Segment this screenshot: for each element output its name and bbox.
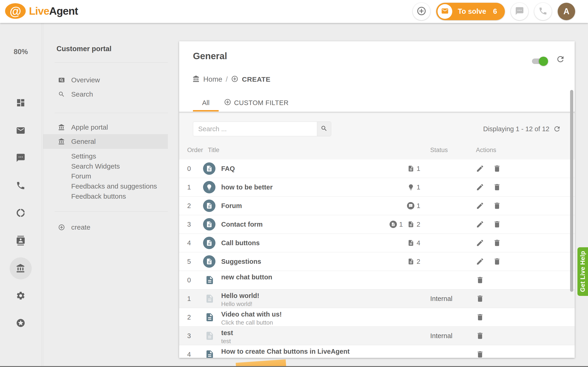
- chat-circle-icon: [407, 202, 414, 209]
- logo-at-icon: @: [5, 3, 26, 19]
- edit-icon[interactable]: [476, 165, 484, 173]
- row-title[interactable]: FAQ: [221, 165, 235, 173]
- nav-item-apple-portal[interactable]: Apple portal: [43, 120, 168, 135]
- document-icon: [407, 240, 414, 246]
- row-title[interactable]: Forum: [221, 202, 242, 210]
- refresh-icon[interactable]: [553, 125, 561, 133]
- row-order: 0: [187, 159, 191, 178]
- row-document-icon: [205, 311, 215, 323]
- table-row[interactable]: 1Hello world!Hello world!Internal: [179, 290, 575, 308]
- nav-item-settings[interactable]: Settings: [43, 151, 168, 161]
- nav-item-feedback-buttons[interactable]: Feedback buttons: [43, 191, 168, 201]
- table-row[interactable]: 4Call buttons4: [179, 234, 575, 252]
- row-actions: [476, 252, 501, 271]
- rail-item-stars[interactable]: [10, 312, 32, 334]
- row-title[interactable]: new chat button: [221, 273, 272, 281]
- row-document-icon: [205, 274, 215, 286]
- to-solve-button[interactable]: To solve 6: [436, 3, 505, 20]
- delete-icon[interactable]: [493, 183, 501, 191]
- edit-icon[interactable]: [476, 183, 484, 191]
- rail-item-mail[interactable]: [10, 119, 32, 142]
- edit-icon[interactable]: [476, 239, 484, 247]
- row-title[interactable]: Call buttons: [221, 239, 260, 247]
- row-title-cell: Video chat with us!Click the call button: [221, 308, 282, 329]
- breadcrumb-create[interactable]: CREATE: [242, 75, 270, 83]
- nav-item-overview[interactable]: Overview: [43, 73, 168, 87]
- delete-icon[interactable]: [476, 294, 484, 303]
- delete-icon[interactable]: [476, 332, 484, 340]
- row-actions: [476, 327, 484, 345]
- tab-custom-filter[interactable]: CUSTOM FILTER: [224, 97, 288, 109]
- table-row[interactable]: 3testtestInternal: [179, 327, 575, 345]
- row-order: 1: [187, 290, 191, 308]
- row-title[interactable]: How to create Chat buttons in LiveAgent: [221, 348, 409, 355]
- search-input[interactable]: [193, 122, 317, 136]
- nav-item-search[interactable]: Search: [43, 87, 168, 102]
- count-value: 1: [417, 184, 420, 191]
- row-order: 2: [187, 197, 191, 215]
- table-row[interactable]: 4How to create Chat buttons in LiveAgent…: [179, 345, 575, 358]
- breadcrumb-home[interactable]: Home: [203, 75, 222, 83]
- table-scrollbar[interactable]: [570, 90, 573, 292]
- general-card: General Home / CREATE All CUSTOM FILTER …: [179, 41, 575, 358]
- row-title[interactable]: Contact form: [221, 220, 262, 228]
- count-value: 1: [417, 202, 420, 210]
- bottom-edge-line: [0, 366, 588, 367]
- search-button[interactable]: [317, 122, 331, 136]
- row-title[interactable]: Suggestions: [221, 258, 261, 265]
- get-live-help-button[interactable]: Get Live Help: [578, 247, 588, 296]
- document-icon: [391, 222, 395, 226]
- row-order: 5: [187, 252, 191, 271]
- table-row[interactable]: 3Contact form12: [179, 215, 575, 234]
- refresh-icon[interactable]: [556, 55, 565, 64]
- delete-icon[interactable]: [476, 350, 484, 358]
- row-title-cell: testtest: [221, 327, 233, 347]
- nav-divider: [55, 62, 168, 63]
- edit-icon[interactable]: [476, 257, 484, 266]
- rail-item-chat[interactable]: [10, 147, 32, 169]
- delete-icon[interactable]: [493, 220, 501, 228]
- nav-item-feedbacks-and-suggestions[interactable]: Feedbacks and suggestions: [43, 181, 168, 191]
- add-new-button[interactable]: [413, 3, 430, 20]
- icon-rail: 80%: [0, 23, 42, 367]
- delete-icon[interactable]: [476, 276, 484, 284]
- nav-item-create[interactable]: create: [43, 220, 168, 235]
- user-avatar[interactable]: A: [558, 3, 575, 20]
- tab-all[interactable]: All: [193, 97, 219, 109]
- rail-item-bank[interactable]: [10, 257, 32, 279]
- table-row[interactable]: 0new chat button: [179, 271, 575, 290]
- nav-item-search-widgets[interactable]: Search Widgets: [43, 161, 168, 171]
- delete-icon[interactable]: [493, 202, 501, 210]
- rail-item-donut[interactable]: [10, 202, 32, 224]
- mail-icon: [441, 7, 449, 15]
- chats-button[interactable]: [511, 3, 528, 20]
- bank-icon: [58, 124, 65, 131]
- calls-button[interactable]: [534, 3, 552, 20]
- rail-item-phone[interactable]: [10, 175, 32, 197]
- row-title[interactable]: test: [221, 329, 233, 337]
- table-row[interactable]: 5Suggestions2: [179, 252, 575, 271]
- table-row[interactable]: 2Forum1: [179, 197, 575, 215]
- delete-icon[interactable]: [493, 165, 501, 173]
- portal-enabled-toggle[interactable]: [532, 58, 547, 64]
- table-row[interactable]: 0FAQ1: [179, 159, 575, 178]
- document-icon: [205, 348, 215, 358]
- delete-icon[interactable]: [493, 239, 501, 247]
- delete-icon[interactable]: [476, 313, 484, 321]
- edit-icon[interactable]: [476, 202, 484, 210]
- table-row[interactable]: 1how to be better1: [179, 178, 575, 197]
- delete-icon[interactable]: [493, 257, 501, 266]
- liveagent-logo[interactable]: @ LiveAgent: [5, 3, 78, 19]
- row-title[interactable]: Hello world!: [221, 292, 259, 300]
- rail-item-dashboard[interactable]: [10, 92, 32, 114]
- edit-icon[interactable]: [476, 220, 484, 228]
- nav-item-forum[interactable]: Forum: [43, 171, 168, 181]
- table-row[interactable]: 2Video chat with us!Click the call butto…: [179, 308, 575, 327]
- phone-icon: [538, 6, 548, 16]
- row-title[interactable]: how to be better: [221, 183, 273, 191]
- rail-item-contacts[interactable]: [10, 230, 32, 252]
- row-title[interactable]: Video chat with us!: [221, 310, 282, 318]
- search-icon: [321, 125, 328, 133]
- nav-item-general[interactable]: General: [43, 134, 168, 149]
- rail-item-gear[interactable]: [10, 285, 32, 307]
